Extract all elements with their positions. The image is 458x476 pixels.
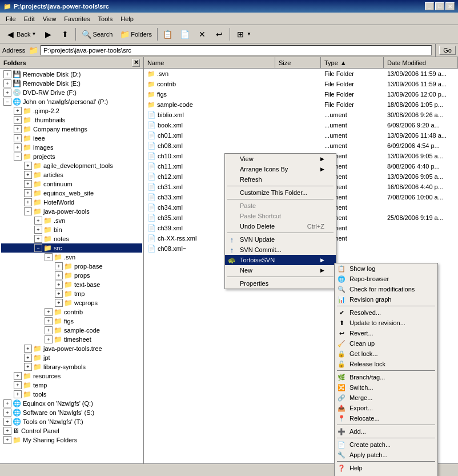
file-row-biblio[interactable]: 📄biblio.xml ...ument 30/08/2006 9:26 a..… [144, 110, 458, 120]
column-header-name[interactable]: Name [144, 57, 275, 68]
ctx-merge[interactable]: 🔗 Merge... [335, 393, 437, 403]
tree-item-removable-d[interactable]: + 💾 Removable Disk (D:) [1, 70, 142, 79]
tree-item-src[interactable]: − 📁 src [1, 243, 142, 253]
tree-item-john[interactable]: − 🌐 John on 'nzwlgfs\personal' (P:) [1, 97, 142, 106]
ctx-repo-browser[interactable]: 🌐 Repo-browser [335, 274, 437, 284]
expander-tmp[interactable]: + [55, 290, 63, 298]
expander-sample2[interactable]: + [45, 326, 53, 334]
expander-sharing[interactable]: + [3, 436, 11, 444]
expander-svn1[interactable]: + [34, 217, 42, 225]
tree-item-control[interactable]: + 🖥 Control Panel [1, 426, 142, 435]
menu-view[interactable]: View [39, 14, 60, 23]
expander-bin[interactable]: + [34, 226, 42, 234]
menu-edit[interactable]: Edit [21, 14, 38, 23]
tree-item-thumbnails[interactable]: + 📁 .thumbnails [1, 115, 142, 125]
expander-timesheet[interactable]: + [45, 335, 53, 343]
file-row-ch08[interactable]: 📄ch08.xml ...ument 6/09/2006 4:54 p... [144, 141, 458, 151]
ctx-paste-shortcut[interactable]: Paste Shortcut [225, 211, 336, 221]
file-row-ch01[interactable]: 📄ch01.xml ...ument 13/09/2006 11:48 a... [144, 130, 458, 141]
expander-tools2[interactable]: + [3, 418, 11, 426]
ctx-paste[interactable]: Paste [225, 201, 336, 211]
tree-item-bin[interactable]: + 📁 bin [1, 225, 142, 234]
column-header-size[interactable]: Size [275, 57, 321, 68]
copy-button[interactable]: 📄 [177, 27, 193, 42]
tree-item-equinox2[interactable]: + 🌐 Equinox on 'Nzwlgfs' (Q:) [1, 399, 142, 408]
file-row-contrib[interactable]: 📁contrib File Folder 13/09/2006 11:59 a.… [144, 79, 458, 89]
ctx-switch[interactable]: 🔀 Switch... [335, 382, 437, 393]
ctx-help[interactable]: ❓ Help [335, 463, 437, 473]
folders-close-button[interactable]: ✕ [132, 59, 140, 67]
back-button[interactable]: ◀ Back ▼ [2, 27, 39, 42]
ctx-revision-graph[interactable]: 📊 Revision graph [335, 294, 437, 305]
expander-company[interactable]: + [14, 125, 22, 133]
tree-item-resources[interactable]: + 📁 resources [1, 371, 142, 381]
expander-dvd[interactable]: + [3, 89, 11, 97]
expander-tools[interactable]: + [14, 390, 22, 398]
ctx-undo[interactable]: Undo Delete Ctrl+Z [225, 221, 336, 231]
tree-item-images[interactable]: + 📁 images [1, 143, 142, 152]
tree-item-articles[interactable]: + 📁 articles [1, 170, 142, 179]
expander-resources[interactable]: + [14, 372, 22, 380]
tree-item-tools2[interactable]: + 🌐 Tools on 'Nzwlgfs' (T:) [1, 417, 142, 426]
ctx-relocate[interactable]: 📍 Relocate... [335, 413, 437, 423]
ctx-tortoise[interactable]: 🐢 TortoiseSVN ▶ [225, 255, 336, 265]
expander-notes[interactable]: + [34, 235, 42, 243]
tree-item-tmp[interactable]: + 📁 tmp [1, 289, 142, 298]
tree-item-jpt-tree[interactable]: + 📁 java-power-tools.tree [1, 344, 142, 353]
expander-images[interactable]: + [14, 143, 22, 151]
ctx-release-lock[interactable]: 🔓 Release lock [335, 359, 437, 369]
ctx-settings[interactable]: ⚙ Settings [335, 473, 437, 476]
expander-projects[interactable]: − [14, 153, 22, 161]
tree-item-tools[interactable]: + 📁 tools [1, 390, 142, 399]
file-row-sample-code[interactable]: 📁sample-code File Folder 18/08/2006 1:05… [144, 99, 458, 110]
tree-item-props[interactable]: + 📁 props [1, 271, 142, 280]
expander-lib-sym[interactable]: + [24, 363, 32, 371]
menu-favorites[interactable]: Favorites [61, 14, 93, 23]
ctx-clean-up[interactable]: 🧹 Clean up [335, 338, 437, 349]
expander-wcprops[interactable]: + [55, 299, 63, 307]
ctx-properties[interactable]: Properties [225, 278, 336, 289]
ctx-get-lock[interactable]: 🔒 Get lock... [335, 349, 437, 359]
ctx-add[interactable]: ➕ Add... [335, 426, 437, 437]
tree-item-contrib2[interactable]: + 📁 contrib [1, 307, 142, 317]
expander-equinox[interactable]: + [24, 189, 32, 197]
expander-svn2[interactable]: − [45, 253, 53, 261]
expander-contrib2[interactable]: + [45, 308, 53, 316]
expander-articles[interactable]: + [24, 171, 32, 179]
tree-item-timesheet[interactable]: + 📁 timesheet [1, 335, 142, 344]
ctx-customize[interactable]: Customize This Folder... [225, 187, 336, 198]
expander-ieee[interactable]: + [14, 134, 22, 142]
ctx-new[interactable]: New ▶ [225, 265, 336, 275]
ctx-create-patch[interactable]: 📄 Create patch... [335, 439, 437, 450]
delete-button[interactable]: ✕ [194, 27, 210, 42]
expander-thumbnails[interactable]: + [14, 116, 22, 124]
tree-item-lib-sym[interactable]: + 📁 library-symbols [1, 362, 142, 371]
tree-item-sample2[interactable]: + 📁 sample-code [1, 326, 142, 335]
tree-item-figs2[interactable]: + 📁 figs [1, 317, 142, 326]
address-input[interactable] [41, 45, 432, 55]
views-button[interactable]: ⊞ ▼ [232, 27, 254, 42]
expander-gimp[interactable]: + [14, 107, 22, 115]
file-row-book[interactable]: 📄book.xml ...ument 6/09/2006 9:20 a... [144, 120, 458, 130]
tree-item-text-base[interactable]: + 📁 text-base [1, 280, 142, 289]
tree-item-temp[interactable]: + 📁 temp [1, 381, 142, 390]
expander-temp[interactable]: + [14, 381, 22, 389]
minimize-button[interactable]: _ [425, 2, 434, 10]
ctx-svn-commit[interactable]: ↑ SVN Commit... [225, 245, 336, 255]
ctx-arrange[interactable]: Arrange Icons By ▶ [225, 164, 336, 174]
ctx-view[interactable]: View ▶ [225, 154, 336, 164]
expander-continuum[interactable]: + [24, 180, 32, 188]
tree-item-equinox[interactable]: + 📁 equinox_web_site [1, 189, 142, 198]
search-button[interactable]: 🔍 Search [78, 27, 115, 42]
tree-item-notes[interactable]: + 📁 notes [1, 234, 142, 243]
folders-tree[interactable]: + 💾 Removable Disk (D:) + 💾 Removable Di… [0, 69, 143, 463]
expander-removable-d[interactable]: + [3, 70, 11, 78]
window-controls[interactable]: _ □ ✕ [425, 2, 455, 10]
folders-button[interactable]: 📁 Folders [116, 27, 155, 42]
ctx-branch-tag[interactable]: 🌿 Branch/tag... [335, 372, 437, 382]
ctx-svn-update[interactable]: ↑ SVN Update [225, 234, 336, 245]
ctx-update-revision[interactable]: ⬆ Update to revision... [335, 318, 437, 328]
expander-src[interactable]: − [34, 244, 42, 252]
tree-item-agile[interactable]: + 📁 agile_development_tools [1, 161, 142, 170]
expander-control[interactable]: + [3, 427, 11, 435]
